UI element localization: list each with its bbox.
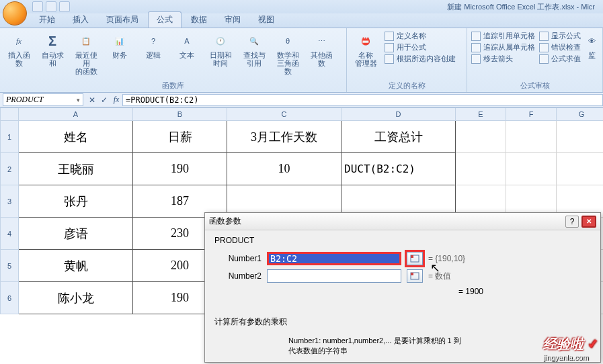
use-formula-icon bbox=[385, 43, 394, 52]
financial-button[interactable]: 📊财务 bbox=[105, 31, 134, 60]
tab-data[interactable]: 数据 bbox=[183, 12, 215, 28]
more-icon: ⋯ bbox=[313, 32, 330, 50]
text-icon: A bbox=[178, 32, 196, 50]
cell[interactable]: DUCT(B2:C2) bbox=[341, 153, 456, 185]
cell[interactable] bbox=[456, 121, 506, 153]
cell[interactable]: 陈小龙 bbox=[19, 282, 133, 314]
create-selection-icon bbox=[385, 54, 394, 64]
cell[interactable]: 王晓丽 bbox=[19, 153, 133, 185]
svg-rect-1 bbox=[411, 255, 413, 258]
cancel-formula-icon[interactable]: ✕ bbox=[86, 95, 98, 105]
row-header-6[interactable]: 6 bbox=[0, 282, 19, 314]
theta-icon: θ bbox=[279, 32, 296, 50]
row-header-5[interactable]: 5 bbox=[0, 250, 19, 282]
cell[interactable]: 10 bbox=[227, 153, 341, 185]
cell[interactable]: 日薪 bbox=[133, 121, 227, 153]
math-button[interactable]: θ数学和 三角函数 bbox=[273, 31, 303, 77]
row-header-2[interactable]: 2 bbox=[0, 153, 19, 185]
tab-view[interactable]: 视图 bbox=[250, 12, 282, 28]
ribbon: fx插入函数 Σ自动求和 📋最近使用 的函数 📊财务 ?逻辑 A文本 🕐日期和 … bbox=[0, 28, 603, 93]
qat-redo-icon[interactable] bbox=[59, 1, 70, 12]
tab-insert[interactable]: 插入 bbox=[65, 12, 97, 28]
logical-button[interactable]: ?逻辑 bbox=[138, 31, 168, 60]
name-manager-icon: 📛 bbox=[357, 32, 374, 50]
fx-icon: fx bbox=[10, 32, 28, 50]
recent-functions-button[interactable]: 📋最近使用 的函数 bbox=[71, 31, 101, 77]
cell[interactable]: 工资总计 bbox=[341, 121, 456, 153]
dialog-close-button[interactable]: ✕ bbox=[581, 216, 596, 228]
trace-dependents-button[interactable]: 追踪从属单元格 bbox=[471, 42, 535, 52]
qat-undo-icon[interactable] bbox=[46, 1, 56, 12]
arg2-ref-button[interactable] bbox=[407, 269, 423, 283]
col-header-C[interactable]: C bbox=[227, 107, 341, 121]
select-all-corner[interactable] bbox=[0, 107, 19, 121]
window-title: 新建 Microsoft Office Excel 工作表.xlsx - Mic… bbox=[447, 2, 595, 12]
define-name-button[interactable]: 定义名称 bbox=[385, 31, 456, 41]
autosum-button[interactable]: Σ自动求和 bbox=[38, 31, 67, 69]
col-header-E[interactable]: E bbox=[456, 107, 506, 121]
cell[interactable] bbox=[506, 121, 557, 153]
cell[interactable]: 190 bbox=[133, 153, 227, 185]
accept-formula-icon[interactable]: ✓ bbox=[98, 95, 110, 105]
lookup-button[interactable]: 🔍查找与 引用 bbox=[239, 31, 269, 69]
show-formulas-icon bbox=[539, 32, 549, 41]
watch-window-button[interactable]: 👁监 bbox=[585, 31, 598, 60]
col-header-D[interactable]: D bbox=[341, 107, 456, 121]
dialog-title: 函数参数 bbox=[209, 216, 565, 227]
ribbon-tabs: 开始 插入 页面布局 公式 数据 审阅 视图 bbox=[0, 13, 603, 28]
tab-home[interactable]: 开始 bbox=[31, 12, 63, 28]
name-box[interactable]: PRODUCT bbox=[3, 93, 83, 106]
group-label-names: 定义的名称 bbox=[351, 79, 463, 91]
insert-function-button[interactable]: fx插入函数 bbox=[4, 31, 34, 69]
tab-layout[interactable]: 页面布局 bbox=[98, 12, 147, 28]
formula-input[interactable]: =PRODUCT(B2:C2) bbox=[122, 94, 603, 106]
cell[interactable]: 张丹 bbox=[19, 185, 133, 218]
group-label-library: 函数库 bbox=[4, 79, 342, 91]
arg1-result: = {190,10} bbox=[428, 254, 465, 263]
cell[interactable] bbox=[557, 121, 603, 153]
evaluate-formula-button[interactable]: 公式求值 bbox=[539, 54, 581, 64]
dialog-function-name: PRODUCT bbox=[214, 236, 591, 245]
text-button[interactable]: A文本 bbox=[172, 31, 202, 60]
office-button[interactable] bbox=[3, 1, 27, 26]
dialog-help-button[interactable]: ? bbox=[565, 216, 579, 228]
cell[interactable] bbox=[557, 153, 603, 185]
arg1-input[interactable] bbox=[267, 252, 401, 265]
range-select-icon bbox=[410, 272, 419, 280]
trace-precedents-button[interactable]: 追踪引用单元格 bbox=[471, 31, 535, 41]
cell[interactable]: 黄帆 bbox=[19, 250, 133, 282]
arg2-input[interactable] bbox=[267, 269, 401, 283]
name-manager-button[interactable]: 📛名称 管理器 bbox=[351, 31, 380, 69]
more-functions-button[interactable]: ⋯其他函数 bbox=[307, 31, 336, 69]
show-formulas-button[interactable]: 显示公式 bbox=[539, 31, 581, 41]
col-header-A[interactable]: A bbox=[19, 107, 133, 121]
arg1-ref-button[interactable] bbox=[407, 252, 423, 265]
cell[interactable]: 彦语 bbox=[19, 218, 133, 250]
row-header-3[interactable]: 3 bbox=[0, 185, 19, 218]
create-from-selection-button[interactable]: 根据所选内容创建 bbox=[385, 54, 456, 64]
tab-review[interactable]: 审阅 bbox=[216, 12, 249, 28]
cell[interactable] bbox=[506, 153, 557, 185]
col-header-F[interactable]: F bbox=[506, 107, 557, 121]
col-header-B[interactable]: B bbox=[133, 107, 227, 121]
qat-save-icon[interactable] bbox=[32, 1, 43, 12]
datetime-button[interactable]: 🕐日期和 时间 bbox=[206, 31, 235, 69]
lookup-icon: 🔍 bbox=[245, 32, 263, 50]
use-in-formula-button[interactable]: 用于公式 bbox=[385, 42, 456, 52]
svg-rect-3 bbox=[411, 273, 413, 275]
remove-arrows-button[interactable]: 移去箭头 bbox=[471, 54, 535, 64]
dialog-result: = 1900 bbox=[214, 287, 591, 296]
row-header-4[interactable]: 4 bbox=[0, 218, 19, 250]
arg2-result: = 数值 bbox=[428, 271, 451, 282]
group-label-audit: 公式审核 bbox=[471, 79, 598, 91]
title-bar: 新建 Microsoft Office Excel 工作表.xlsx - Mic… bbox=[0, 0, 603, 13]
fx-button-icon[interactable]: fx bbox=[110, 95, 122, 105]
cell[interactable] bbox=[456, 153, 506, 185]
cell[interactable]: 姓名 bbox=[19, 121, 133, 153]
cell[interactable]: 3月工作天数 bbox=[227, 121, 341, 153]
error-check-button[interactable]: 错误检查 bbox=[539, 42, 581, 52]
eval-icon bbox=[539, 54, 549, 64]
row-header-1[interactable]: 1 bbox=[0, 121, 19, 153]
col-header-G[interactable]: G bbox=[557, 107, 603, 121]
tab-formulas[interactable]: 公式 bbox=[148, 11, 182, 28]
